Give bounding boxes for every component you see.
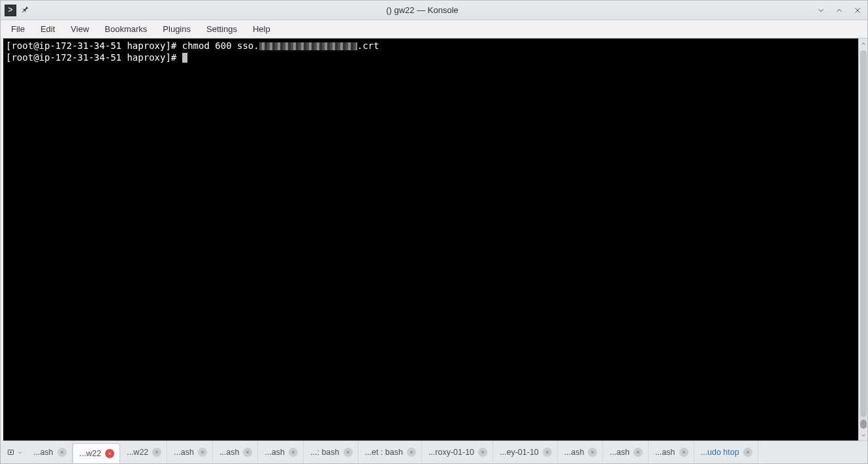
tab-label: ...ash: [655, 448, 675, 457]
tab[interactable]: ...ash: [258, 441, 304, 463]
new-tab-button[interactable]: [2, 441, 27, 463]
pin-icon[interactable]: [20, 5, 29, 16]
close-icon[interactable]: [289, 448, 298, 457]
tab-label: ...w22: [127, 448, 148, 457]
menubar: File Edit View Bookmarks Plugins Setting…: [1, 20, 867, 39]
prompt-line-1: [root@ip-172-31-34-51 haproxy]#: [6, 40, 182, 51]
close-icon[interactable]: [198, 448, 207, 457]
menu-bookmarks[interactable]: Bookmarks: [97, 22, 155, 37]
scroll-track[interactable]: [860, 50, 867, 429]
scroll-down-button[interactable]: [859, 430, 868, 441]
tab[interactable]: ...ash: [27, 441, 72, 463]
terminal[interactable]: [root@ip-172-31-34-51 haproxy]# chmod 60…: [3, 39, 858, 441]
close-button[interactable]: [852, 5, 863, 16]
tab-label: ...roxy-01-10: [428, 448, 474, 457]
prompt-line-2: [root@ip-172-31-34-51 haproxy]#: [6, 52, 182, 63]
scroll-up-button[interactable]: [859, 39, 868, 49]
close-icon[interactable]: [679, 448, 688, 457]
maximize-button[interactable]: [833, 5, 845, 16]
tab[interactable]: ...ash: [213, 441, 259, 463]
tab[interactable]: ...roxy-01-10: [422, 441, 493, 463]
tab-label: ...ash: [265, 448, 285, 457]
close-icon[interactable]: [243, 448, 252, 457]
menu-plugins[interactable]: Plugins: [155, 22, 199, 37]
tabbar: ...ash...w22...w22...ash...ash...ash...:…: [1, 441, 867, 463]
tab[interactable]: ...udo htop: [694, 441, 758, 463]
tab[interactable]: ...ey-01-10: [493, 441, 558, 463]
tab-label: ...ash: [174, 448, 194, 457]
scrollbar[interactable]: [858, 39, 867, 441]
redacted-hostname: [259, 42, 357, 50]
tab-label: ...w22: [80, 449, 101, 458]
titlebar[interactable]: > () gw22 — Konsole: [1, 1, 867, 20]
cmd-post: .crt: [357, 40, 379, 51]
titlebar-left-icons: >: [5, 5, 29, 16]
tab[interactable]: ...ash: [167, 441, 213, 463]
tab[interactable]: ...w22: [72, 443, 120, 463]
window-title: () gw22 — Konsole: [29, 5, 815, 15]
tab[interactable]: ...ash: [649, 441, 694, 463]
tab-label: ...ash: [609, 448, 630, 457]
window-controls: [815, 5, 863, 16]
close-icon[interactable]: [57, 448, 67, 457]
tab[interactable]: ...ash: [558, 441, 603, 463]
close-icon[interactable]: [152, 448, 161, 457]
cmd-pre: chmod 600 sso.: [182, 40, 259, 51]
terminal-area: [root@ip-172-31-34-51 haproxy]# chmod 60…: [1, 39, 867, 441]
minimize-button[interactable]: [815, 5, 827, 16]
tab-label: ...ash: [33, 448, 54, 457]
close-icon[interactable]: [478, 448, 487, 457]
close-icon[interactable]: [543, 448, 552, 457]
close-icon[interactable]: [105, 449, 114, 458]
tab-label: ...ash: [219, 448, 240, 457]
close-icon[interactable]: [407, 448, 416, 457]
scroll-thumb-end[interactable]: [860, 420, 867, 429]
menu-edit[interactable]: Edit: [33, 22, 63, 37]
close-icon[interactable]: [743, 448, 752, 457]
menu-help[interactable]: Help: [245, 22, 278, 37]
tabs-host: ...ash...w22...w22...ash...ash...ash...:…: [27, 441, 867, 463]
app-icon: >: [5, 5, 16, 16]
menu-settings[interactable]: Settings: [199, 22, 245, 37]
close-icon[interactable]: [634, 448, 643, 457]
tab-label: ...et : bash: [365, 448, 403, 457]
tab[interactable]: ...w22: [120, 441, 167, 463]
tab-label: ...udo htop: [701, 448, 739, 457]
tab-label: ...ey-01-10: [500, 448, 539, 457]
tab-label: ...: bash: [310, 448, 339, 457]
tab-label: ...ash: [564, 448, 585, 457]
tab[interactable]: ...ash: [603, 441, 649, 463]
scroll-thumb[interactable]: [860, 50, 867, 417]
tab[interactable]: ...et : bash: [359, 441, 422, 463]
menu-view[interactable]: View: [63, 22, 97, 37]
tab[interactable]: ...: bash: [304, 441, 358, 463]
konsole-window: > () gw22 — Konsole File Edit View Bookm…: [0, 0, 868, 464]
menu-file[interactable]: File: [3, 22, 33, 37]
cursor: [182, 53, 187, 63]
close-icon[interactable]: [588, 448, 597, 457]
close-icon[interactable]: [344, 448, 353, 457]
